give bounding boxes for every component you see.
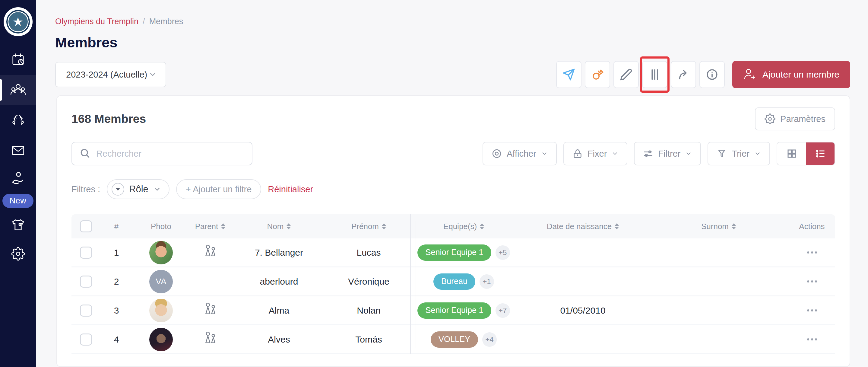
info-icon <box>706 68 718 81</box>
sort-icon[interactable] <box>382 223 386 229</box>
info-button[interactable] <box>700 61 725 88</box>
col-header-number: # <box>100 222 132 231</box>
season-select[interactable]: 2023-2024 (Actuelle) <box>55 62 166 87</box>
breadcrumb-separator: / <box>143 17 145 26</box>
row-checkbox[interactable] <box>80 334 92 345</box>
parent-icon[interactable] <box>204 303 217 318</box>
share-arrow-icon <box>677 68 690 81</box>
jersey-icon <box>11 219 25 231</box>
cell-prenom[interactable]: Nolan <box>327 305 410 316</box>
list-view-button[interactable] <box>806 142 835 165</box>
cell-nom[interactable]: Alma <box>231 305 327 316</box>
breadcrumb: Olympiens du Tremplin / Membres <box>55 17 850 26</box>
team-badge[interactable]: Senior Equipe 1 <box>417 245 491 261</box>
search-input[interactable] <box>71 142 252 165</box>
cell-prenom[interactable]: Tomás <box>327 334 410 345</box>
main-content: Olympiens du Tremplin / Membres Membres … <box>36 0 868 367</box>
team-extra-badge[interactable]: +7 <box>496 303 510 318</box>
pencil-icon <box>620 68 632 81</box>
cell-prenom[interactable]: Lucas <box>327 248 410 258</box>
club-logo[interactable]: ★ <box>4 7 33 36</box>
member-avatar[interactable]: VA <box>149 270 173 293</box>
new-badge: New <box>2 194 34 208</box>
page-header: Olympiens du Tremplin / Membres Membres <box>36 0 868 51</box>
team-extra-badge[interactable]: +4 <box>482 332 497 347</box>
member-avatar[interactable] <box>149 299 173 322</box>
gear-icon <box>11 247 25 261</box>
col-header-prenom[interactable]: Prénom <box>327 222 410 231</box>
team-badge[interactable]: Bureau <box>433 274 475 290</box>
member-avatar[interactable] <box>149 241 173 264</box>
controls-row: 2023-2024 (Actuelle) <box>36 61 868 88</box>
columns-icon <box>648 68 661 81</box>
fixer-button[interactable]: Fixer <box>563 142 627 165</box>
columns-button[interactable] <box>642 61 668 88</box>
send-button[interactable] <box>556 61 582 88</box>
role-filter-pill[interactable]: Rôle <box>107 179 169 199</box>
grid-icon <box>786 148 797 159</box>
edit-button[interactable] <box>614 61 639 88</box>
row-actions-button[interactable] <box>807 251 817 254</box>
row-checkbox[interactable] <box>80 276 92 288</box>
sort-icon[interactable] <box>286 223 291 229</box>
sidebar-item-members[interactable] <box>0 75 36 105</box>
chevron-down-icon <box>754 150 761 157</box>
share-button[interactable] <box>671 61 696 88</box>
sort-icon[interactable] <box>732 223 736 229</box>
member-avatar[interactable] <box>149 328 173 351</box>
cell-nom[interactable]: Alves <box>231 334 327 345</box>
cell-nom[interactable]: 7. Bellanger <box>231 248 327 258</box>
afficher-button[interactable]: Afficher <box>483 142 557 165</box>
calendar-clock-icon <box>11 53 25 67</box>
team-badge[interactable]: Senior Equipe 1 <box>417 303 491 319</box>
row-actions-button[interactable] <box>807 338 817 340</box>
search-row: Afficher Fixer Filtrer <box>71 142 835 165</box>
filters-label: Filtres : <box>71 185 100 194</box>
grid-view-button[interactable] <box>777 142 806 165</box>
cell-nom[interactable]: aberlourd <box>231 277 327 287</box>
filtrer-button[interactable]: Filtrer <box>634 142 701 165</box>
col-header-photo: Photo <box>132 222 190 231</box>
sidebar-item-volunteers[interactable] <box>0 165 36 192</box>
chevron-down-icon <box>541 150 548 157</box>
trier-button[interactable]: Trier <box>708 142 770 165</box>
reset-filters-link[interactable]: Réinitialiser <box>268 185 313 194</box>
sidebar-item-equipment[interactable] <box>0 211 36 239</box>
cell-prenom[interactable]: Véronique <box>327 277 410 287</box>
col-header-dob[interactable]: Date de naissance <box>517 222 648 231</box>
team-extra-badge[interactable]: +5 <box>496 245 510 260</box>
sidebar-item-messages[interactable] <box>0 135 36 165</box>
col-header-equipes[interactable]: Equipe(s) <box>410 222 517 231</box>
row-checkbox[interactable] <box>80 305 92 317</box>
col-header-nom[interactable]: Nom <box>231 222 327 231</box>
trier-label: Trier <box>732 149 749 159</box>
breadcrumb-club-link[interactable]: Olympiens du Tremplin <box>55 17 138 26</box>
parent-icon[interactable] <box>204 245 217 260</box>
sort-icon[interactable] <box>221 223 225 229</box>
team-badge[interactable]: VOLLEY <box>431 331 478 348</box>
settings-button[interactable]: Paramètres <box>755 108 835 131</box>
row-number: 2 <box>100 277 132 287</box>
add-filter-button[interactable]: + Ajouter un filtre <box>176 179 261 199</box>
col-header-surnom[interactable]: Surnom <box>648 222 789 231</box>
view-toggle <box>777 142 835 165</box>
panel-header: 168 Membres Paramètres <box>71 108 835 131</box>
row-checkbox[interactable] <box>80 247 92 259</box>
parent-icon[interactable] <box>204 331 217 347</box>
table-row: 2 VA aberlourd Véronique Bureau +1 <box>71 267 835 297</box>
row-actions-button[interactable] <box>807 309 817 311</box>
select-all-checkbox[interactable] <box>80 220 92 232</box>
team-extra-badge[interactable]: +1 <box>479 274 494 289</box>
col-header-parent[interactable]: Parent <box>190 222 231 231</box>
sidebar: ★ <box>0 0 36 367</box>
sidebar-item-calendar[interactable] <box>0 45 36 75</box>
sidebar-item-settings[interactable] <box>0 239 36 269</box>
add-member-button[interactable]: Ajouter un membre <box>732 61 850 88</box>
whistle-button[interactable] <box>585 61 610 88</box>
sort-icon[interactable] <box>480 223 484 229</box>
sort-icon[interactable] <box>615 223 619 229</box>
row-actions-button[interactable] <box>807 280 817 282</box>
sidebar-item-competitions[interactable] <box>0 105 36 135</box>
settings-label: Paramètres <box>780 114 826 124</box>
fixer-label: Fixer <box>588 149 607 159</box>
